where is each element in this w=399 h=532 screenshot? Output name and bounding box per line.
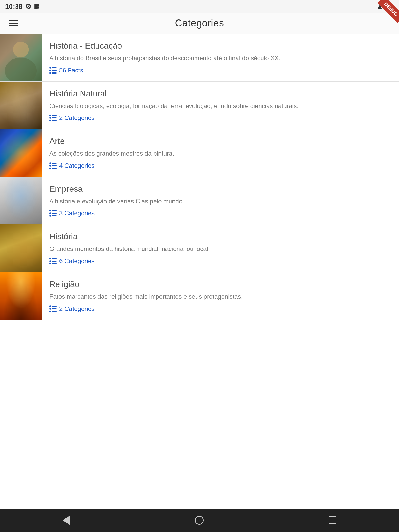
- category-title-historia: História: [49, 232, 391, 241]
- back-button[interactable]: [52, 513, 80, 528]
- category-description-empresa: A história e evolução de várias Cias pel…: [49, 197, 391, 206]
- category-content-religiao: Religião Fatos marcantes das religiões m…: [42, 272, 399, 320]
- category-meta-religiao[interactable]: 2 Categories: [49, 305, 391, 312]
- storage-icon: ▦: [34, 3, 40, 10]
- recents-button[interactable]: [318, 514, 347, 527]
- menu-icon-line1: [9, 20, 18, 21]
- category-title-arte: Arte: [49, 136, 391, 146]
- category-title-religiao: Religião: [49, 280, 391, 289]
- category-meta-arte[interactable]: 4 Categories: [49, 162, 391, 169]
- list-icon-historia: [49, 258, 57, 264]
- category-meta-text-historia-educacao: 56 Facts: [59, 67, 83, 74]
- page-title: Categories: [175, 18, 224, 29]
- category-item-historia[interactable]: História Grandes momentos da história mu…: [0, 224, 399, 272]
- category-content-historia-natural: História Natural Ciências biológicas, ec…: [42, 82, 399, 129]
- category-item-arte[interactable]: Arte As coleções dos grandes mestres da …: [0, 129, 399, 177]
- category-thumbnail-arte: [0, 129, 42, 177]
- menu-button[interactable]: [6, 18, 21, 29]
- status-bar: 10:38 ⚙ ▦ ▲ 🔋: [0, 0, 399, 13]
- menu-icon-line3: [9, 25, 18, 26]
- home-icon: [195, 516, 204, 525]
- category-thumbnail-historia-educacao: [0, 34, 42, 81]
- category-title-historia-natural: História Natural: [49, 89, 391, 98]
- category-description-historia: Grandes momentos da história mundial, na…: [49, 244, 391, 253]
- category-description-historia-natural: Ciências biológicas, ecologia, formação …: [49, 102, 391, 110]
- menu-icon-line2: [9, 23, 18, 24]
- category-title-empresa: Empresa: [49, 184, 391, 194]
- category-content-historia-educacao: História - Educação A história do Brasil…: [42, 34, 399, 81]
- category-description-religiao: Fatos marcantes das religiões mais impor…: [49, 292, 391, 301]
- category-meta-text-arte: 4 Categories: [59, 162, 95, 169]
- category-description-historia-educacao: A história do Brasil e seus protagonista…: [49, 54, 391, 63]
- debug-badge: DEBUG: [377, 0, 399, 23]
- back-icon: [63, 516, 70, 525]
- category-meta-text-empresa: 3 Categories: [59, 210, 95, 217]
- category-item-historia-educacao[interactable]: História - Educação A história do Brasil…: [0, 34, 399, 82]
- category-content-arte: Arte As coleções dos grandes mestres da …: [42, 129, 399, 177]
- category-thumbnail-religiao: [0, 272, 42, 320]
- list-icon-historia-natural: [49, 115, 57, 121]
- categories-list: História - Educação A história do Brasil…: [0, 34, 399, 509]
- debug-ribbon-container: DEBUG: [373, 0, 399, 26]
- status-time: 10:38: [5, 3, 23, 11]
- category-item-religiao[interactable]: Religião Fatos marcantes das religiões m…: [0, 272, 399, 320]
- recents-icon: [329, 516, 336, 524]
- bottom-nav: [0, 509, 399, 532]
- category-thumbnail-empresa: [0, 177, 42, 224]
- category-meta-historia-natural[interactable]: 2 Categories: [49, 114, 391, 122]
- list-icon-historia-educacao: [49, 67, 57, 74]
- settings-icon: ⚙: [25, 3, 31, 11]
- top-bar: Categories: [0, 13, 399, 34]
- category-item-historia-natural[interactable]: História Natural Ciências biológicas, ec…: [0, 82, 399, 129]
- category-meta-text-historia: 6 Categories: [59, 257, 95, 265]
- category-meta-historia[interactable]: 6 Categories: [49, 257, 391, 265]
- category-item-empresa[interactable]: Empresa A história e evolução de várias …: [0, 177, 399, 225]
- category-content-historia: História Grandes momentos da história mu…: [42, 224, 399, 272]
- category-meta-empresa[interactable]: 3 Categories: [49, 210, 391, 217]
- list-icon-religiao: [49, 305, 57, 312]
- category-meta-text-religiao: 2 Categories: [59, 305, 95, 312]
- list-icon-empresa: [49, 210, 57, 217]
- category-title-historia-educacao: História - Educação: [49, 41, 391, 51]
- category-meta-text-historia-natural: 2 Categories: [59, 114, 95, 122]
- status-bar-left: 10:38 ⚙ ▦: [5, 3, 40, 11]
- category-meta-historia-educacao[interactable]: 56 Facts: [49, 67, 391, 74]
- home-button[interactable]: [184, 513, 214, 527]
- category-thumbnail-historia-natural: [0, 82, 42, 129]
- category-description-arte: As coleções dos grandes mestres da pintu…: [49, 149, 391, 158]
- category-content-empresa: Empresa A história e evolução de várias …: [42, 177, 399, 224]
- category-thumbnail-historia: [0, 224, 42, 272]
- list-icon-arte: [49, 162, 57, 169]
